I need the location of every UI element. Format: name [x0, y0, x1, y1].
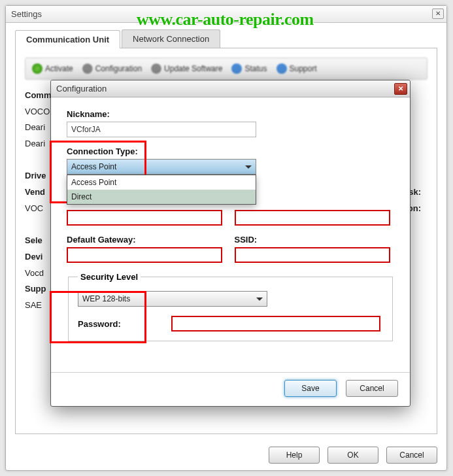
info-icon	[231, 63, 242, 74]
conntype-combo-wrap: Access Point Access Point Direct	[67, 159, 256, 175]
security-combo[interactable]: WEP 128-bits	[78, 291, 267, 307]
tab-communication-unit[interactable]: Communication Unit	[15, 30, 120, 48]
ssid-label: SSID:	[235, 235, 395, 245]
check-icon	[32, 63, 42, 74]
dialog-cancel-button[interactable]: Cancel	[346, 380, 398, 397]
update-icon	[151, 63, 161, 74]
toolbar-configuration[interactable]: Configuration	[82, 63, 142, 74]
conntype-label: Connection Type:	[67, 146, 394, 156]
save-button[interactable]: Save	[284, 380, 337, 397]
settings-cancel-button[interactable]: Cancel	[386, 447, 437, 464]
nickname-input[interactable]	[67, 122, 256, 137]
settings-close-button[interactable]: ✕	[432, 8, 444, 19]
tab-strip: Communication Unit Network Connection	[15, 29, 437, 48]
security-legend: Security Level	[78, 272, 141, 282]
ssid-col: SSID:	[235, 235, 395, 263]
nickname-row: Nickname:	[67, 109, 394, 137]
settings-titlebar: Settings ✕	[6, 6, 446, 23]
dialog-body: Nickname: Connection Type: Access Point …	[51, 97, 410, 372]
conntype-option-direct[interactable]: Direct	[67, 190, 256, 204]
gear-icon	[82, 63, 93, 74]
toolbar-update[interactable]: Update Software	[151, 63, 222, 74]
ip-row	[67, 210, 394, 226]
nickname-label: Nickname:	[67, 109, 394, 119]
ssid-input[interactable]	[235, 247, 390, 263]
toolbar-activate[interactable]: Activate	[32, 63, 73, 74]
security-combo-wrap: WEP 128-bits	[78, 291, 267, 307]
configuration-dialog: Configuration ✕ Nickname: Connection Typ…	[50, 80, 411, 407]
ip-col	[67, 210, 227, 226]
mask-input[interactable]	[235, 210, 390, 226]
dialog-title: Configuration	[56, 84, 107, 94]
conntype-option-access-point[interactable]: Access Point	[67, 175, 256, 190]
help-button[interactable]: Help	[269, 447, 320, 464]
ok-button[interactable]: OK	[327, 447, 378, 464]
tab-network-connection[interactable]: Network Connection	[122, 29, 220, 48]
gateway-input[interactable]	[67, 247, 222, 263]
support-icon	[277, 63, 287, 74]
settings-button-bar: Help OK Cancel	[269, 447, 437, 464]
mask-col	[235, 210, 395, 226]
dialog-titlebar: Configuration ✕	[51, 80, 410, 97]
toolbar-status[interactable]: Status	[231, 63, 267, 74]
conntype-combo[interactable]: Access Point	[67, 159, 256, 175]
password-row: Password:	[78, 316, 383, 332]
conntype-row: Connection Type: Access Point Access Poi…	[67, 146, 394, 175]
gateway-col: Default Gateway:	[67, 235, 227, 263]
ip-input[interactable]	[67, 210, 222, 226]
gw-ssid-row: Default Gateway: SSID:	[67, 235, 394, 263]
dialog-footer: Save Cancel	[51, 372, 410, 403]
toolbar-row: Activate Configuration Update Software S…	[25, 58, 428, 80]
password-label: Password:	[78, 319, 169, 329]
dialog-close-button[interactable]: ✕	[394, 83, 407, 95]
settings-title: Settings	[11, 9, 42, 19]
toolbar-support[interactable]: Support	[277, 63, 317, 74]
gateway-label: Default Gateway:	[67, 235, 227, 245]
conntype-dropdown: Access Point Direct	[67, 175, 256, 205]
password-input[interactable]	[171, 316, 380, 332]
security-fieldset: Security Level WEP 128-bits Password:	[68, 272, 393, 341]
